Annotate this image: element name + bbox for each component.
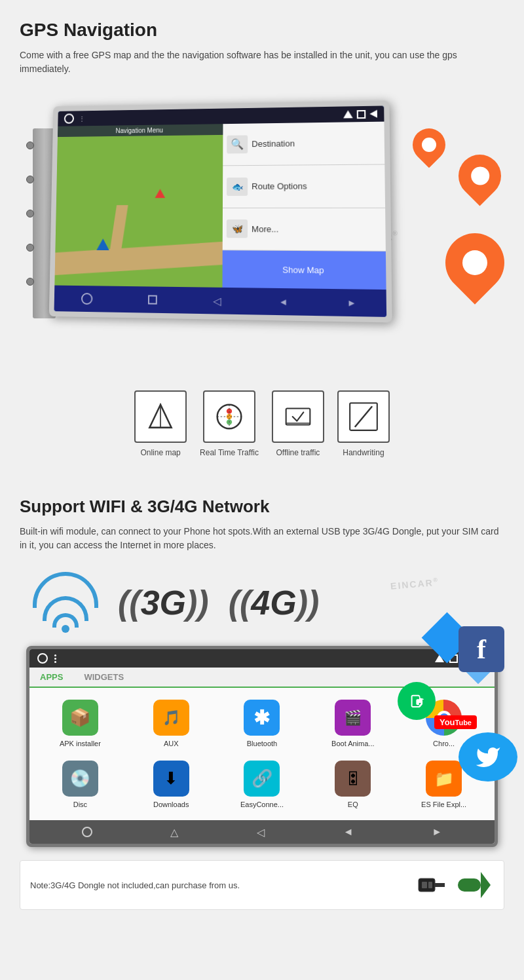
- handwriting-label: Handwriting: [343, 448, 384, 457]
- youtube-badge: YouTube: [434, 715, 477, 729]
- nav-home-icon: [148, 295, 157, 304]
- tab-apps[interactable]: APPS: [29, 668, 73, 688]
- boot-label: Boot Anima...: [331, 740, 374, 747]
- android-statusbar: [29, 649, 495, 668]
- gps-section: GPS Navigation Come with a free GPS map …: [0, 0, 524, 477]
- nav-menu: 🔍 Destination 🐟 Route Options 🦋 More...: [223, 122, 386, 290]
- bluetooth-label: Bluetooth: [247, 740, 277, 747]
- nav-vol-up-btn: ►: [432, 826, 442, 838]
- app-apk-installer[interactable]: 📦 APK installer: [35, 693, 126, 754]
- wifi-section: Support WIFI & 3G/4G Network Built-in wi…: [0, 477, 524, 847]
- eq-icon: 🎛: [335, 761, 371, 797]
- nav-back-btn: ◁: [257, 826, 265, 839]
- svg-rect-15: [422, 882, 427, 888]
- more-label: More...: [252, 224, 278, 234]
- android-screen: APPS WIDGETS 📦 APK installer 🎵 AUX: [29, 649, 495, 844]
- app-boot-anim[interactable]: 🎬 Boot Anima...: [307, 693, 398, 754]
- road-vertical: [109, 205, 128, 250]
- nav-home-btn: △: [170, 826, 178, 839]
- gps-device-area: EINCAR® ⋮: [20, 89, 504, 371]
- nav-vol-down-btn: ◄: [343, 826, 354, 838]
- svg-line-12: [355, 407, 371, 426]
- show-map-label: Show Map: [282, 265, 324, 275]
- more-icon: 🦋: [227, 219, 248, 238]
- offline-label: Offline traffic: [276, 448, 320, 457]
- road: [55, 242, 223, 275]
- status-circle: [37, 653, 48, 664]
- device-navbar: ◁ ◄ ►: [54, 286, 387, 317]
- svg-rect-9: [286, 409, 310, 425]
- aux-icon: 🎵: [153, 700, 189, 736]
- android-device: APPS WIDGETS 📦 APK installer 🎵 AUX: [26, 646, 498, 847]
- app-bluetooth[interactable]: ✱ Bluetooth: [217, 693, 308, 754]
- nav-content: Navigation Menu 🔍 Destination: [54, 122, 386, 290]
- disc-icon: 💿: [62, 761, 98, 797]
- chrome-label: Chro...: [433, 740, 455, 747]
- network-3g-label: ((3G)): [118, 583, 209, 622]
- note-text: Note:3G/4G Dongle not included,can purch…: [30, 880, 240, 890]
- feature-offline-traffic: Offline traffic: [272, 390, 324, 457]
- nav-map: Navigation Menu: [54, 124, 223, 288]
- traffic-icon-box: [203, 390, 255, 443]
- nav-power-btn: [82, 827, 92, 837]
- evernote-icon: [398, 682, 436, 720]
- apk-icon: 📦: [62, 700, 98, 736]
- eq-label: EQ: [348, 801, 358, 808]
- svg-rect-14: [435, 883, 445, 887]
- nav-back-icon: ◁: [213, 294, 221, 307]
- aux-label: AUX: [164, 740, 179, 747]
- boot-icon: 🎬: [335, 700, 371, 736]
- network-4g-label: ((4G)): [229, 583, 320, 622]
- apk-label: APK installer: [60, 740, 101, 747]
- youtube-icon: YouTube: [434, 715, 477, 729]
- nav-vol2-icon: ►: [346, 297, 356, 309]
- usb-connector-icon: [455, 869, 494, 901]
- disc-label: Disc: [73, 801, 87, 808]
- destination-icon: 🔍: [227, 135, 248, 153]
- destination-label: Destination: [252, 139, 295, 149]
- es-label: ES File Expl...: [421, 801, 466, 808]
- svg-rect-17: [458, 878, 481, 892]
- downloads-label: Downloads: [153, 801, 189, 808]
- svg-rect-16: [428, 882, 432, 888]
- app-eq[interactable]: 🎛 EQ: [307, 754, 398, 815]
- bottom-section: Note:3G/4G Dongle not included,can purch…: [0, 847, 524, 923]
- svg-marker-18: [481, 872, 491, 898]
- feature-online-map: Online map: [134, 390, 187, 457]
- handwriting-icon-box: [337, 390, 390, 443]
- nav-title: Navigation Menu: [58, 124, 223, 137]
- route-icon: 🐟: [227, 178, 248, 196]
- easyconnect-icon: 🔗: [244, 761, 280, 797]
- wifi-symbol: [33, 572, 98, 633]
- android-device-area: f: [20, 646, 504, 847]
- gps-title: GPS Navigation: [20, 20, 504, 41]
- wifi-watermark: EINCAR®: [390, 576, 439, 592]
- twitter-icon: [458, 732, 517, 782]
- app-disc[interactable]: 💿 Disc: [35, 754, 126, 815]
- downloads-icon: ⬇: [153, 761, 189, 797]
- wifi-dot: [62, 625, 69, 633]
- nav-menu-more: 🦋 More...: [223, 208, 386, 252]
- gps-device-body: ⋮ Navigation Menu: [49, 100, 392, 322]
- nav-power-icon: [81, 293, 93, 305]
- route-label: Route Options: [252, 181, 307, 191]
- usb-cable-icon: [415, 872, 448, 898]
- feature-handwriting: Handwriting: [337, 390, 390, 457]
- device-screws: [26, 141, 34, 286]
- app-aux[interactable]: 🎵 AUX: [126, 693, 217, 754]
- app-easyconnect[interactable]: 🔗 EasyConne...: [217, 754, 308, 815]
- online-map-icon-box: [134, 390, 187, 443]
- es-icon: 📁: [426, 761, 462, 797]
- facebook-icon: f: [458, 626, 504, 672]
- bluetooth-icon: ✱: [244, 700, 280, 736]
- note-box: Note:3G/4G Dongle not included,can purch…: [20, 860, 504, 910]
- landmark: [155, 189, 166, 198]
- feature-realtime-traffic: Real Time Traffic: [200, 390, 259, 457]
- feature-icons-row: Online map Real Time Traffic: [20, 377, 504, 464]
- gps-description: Come with a free GPS map and the the nav…: [20, 48, 504, 76]
- tab-widgets[interactable]: WIDGETS: [73, 668, 134, 687]
- easyconnect-label: EasyConne...: [240, 801, 284, 808]
- show-map-btn[interactable]: Show Map: [223, 250, 386, 290]
- app-downloads[interactable]: ⬇ Downloads: [126, 754, 217, 815]
- gps-device-screen: ⋮ Navigation Menu: [54, 105, 387, 316]
